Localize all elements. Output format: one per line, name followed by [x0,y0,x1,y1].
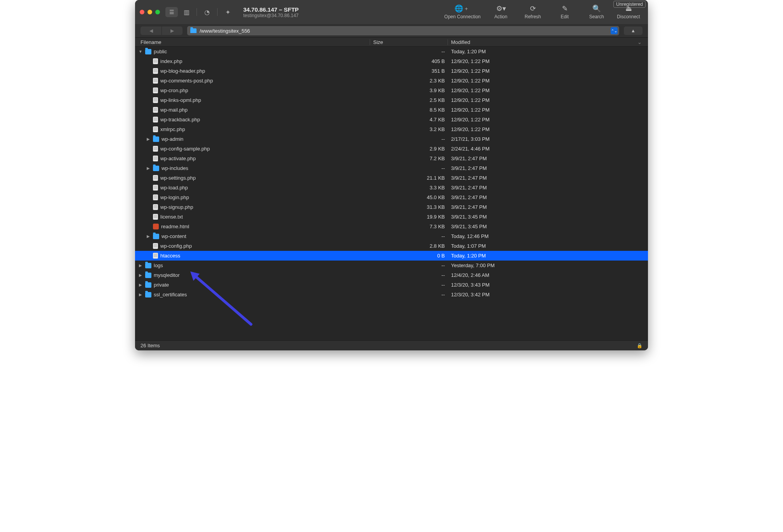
column-modified[interactable]: Modified ⌄ [448,39,648,45]
file-size: -- [370,49,448,54]
disclosure-triangle[interactable]: ▶ [146,234,151,238]
file-size: 2.3 KB [370,78,448,84]
disclosure-triangle[interactable]: ▶ [146,137,151,141]
action-label: Action [494,14,507,19]
file-row[interactable]: wp-login.php45.0 KB3/9/21, 2:47 PM [135,192,648,202]
file-row[interactable]: wp-mail.php8.5 KB12/9/20, 1:22 PM [135,105,648,115]
file-row[interactable]: ▶wp-content--Today, 12:46 PM [135,231,648,241]
path-field[interactable]: /www/testingsitex_556 ⌃⌄ [187,26,619,35]
file-row[interactable]: wp-config.php2.8 KBToday, 1:07 PM [135,241,648,251]
disclosure-triangle[interactable]: ▶ [138,263,143,268]
file-name: index.php [160,58,182,64]
file-row[interactable]: license.txt19.9 KB3/9/21, 3:45 PM [135,212,648,222]
file-row[interactable]: htaccess0 BToday, 1:20 PM [135,251,648,261]
file-icon [153,58,158,64]
disclosure-triangle[interactable]: ▶ [138,283,143,287]
globe-plus-icon: 🌐﹢ [455,5,470,12]
action-label: Search [589,14,604,19]
file-row[interactable]: wp-activate.php7.2 KB3/9/21, 2:47 PM [135,154,648,163]
file-row[interactable]: ▶mysqleditor--12/4/20, 2:46 AM [135,270,648,280]
file-row[interactable]: wp-trackback.php4.7 KB12/9/20, 1:22 PM [135,115,648,124]
file-row[interactable]: wp-load.php3.3 KB3/9/21, 2:47 PM [135,183,648,192]
file-icon [153,126,158,132]
folder-icon [190,28,197,33]
history-icon[interactable]: ◔ [202,9,212,16]
file-modified: 12/9/20, 1:22 PM [448,126,648,132]
bookmarks-icon[interactable]: ▥ [182,9,191,16]
file-modified: Today, 1:20 PM [448,49,648,54]
file-name: wp-config.php [160,243,192,249]
file-icon [153,146,158,152]
navigation-bar: ◀ ▶ /www/testingsitex_556 ⌃⌄ ▲ [135,24,648,37]
file-row[interactable]: ▶private--12/3/20, 3:43 PM [135,280,648,290]
go-up-button[interactable]: ▲ [624,26,643,35]
window-title: 34.70.86.147 – SFTP [243,6,299,13]
file-modified: 3/9/21, 2:47 PM [448,165,648,171]
app-window: Unregistered ☰ ▥ ◔ ✦ 34.70.86.147 – SFTP… [135,0,648,350]
column-filename[interactable]: Filename [135,39,370,45]
file-modified: 12/9/20, 1:22 PM [448,78,648,84]
file-name: wp-blog-header.php [160,68,205,74]
file-name: ssl_certificates [154,292,187,298]
action-menu-button[interactable]: ⚙︎▾ Action [489,5,513,19]
file-size: -- [370,282,448,288]
status-bar: 26 Items 🔒 [135,340,648,350]
toggle-sidebar-button[interactable]: ☰ [165,7,178,17]
file-modified: 3/9/21, 2:47 PM [448,185,648,191]
disclosure-triangle[interactable]: ▶ [146,166,151,170]
nav-forward-button[interactable]: ▶ [162,26,183,35]
file-row[interactable]: wp-comments-post.php2.3 KB12/9/20, 1:22 … [135,76,648,86]
close-window-button[interactable] [140,10,144,14]
disclosure-triangle[interactable]: ▶ [138,273,143,277]
action-label: Disconnect [617,14,640,19]
file-name: wp-signup.php [160,204,193,210]
open-connection-button[interactable]: 🌐﹢ Open Connection [444,5,481,19]
file-row[interactable]: ▶wp-admin--2/17/21, 3:03 PM [135,134,648,144]
file-size: -- [370,272,448,278]
disclosure-triangle[interactable]: ▼ [138,49,143,54]
column-size[interactable]: Size [370,39,448,45]
file-row[interactable]: index.php405 B12/9/20, 1:22 PM [135,56,648,66]
search-button[interactable]: 🔍 Search [585,5,608,19]
titlebar: ☰ ▥ ◔ ✦ 34.70.86.147 – SFTP testingsitex… [135,0,648,24]
folder-icon [145,282,151,288]
folder-icon [153,136,159,142]
file-size: 3.3 KB [370,185,448,191]
file-row[interactable]: ▶ssl_certificates--12/3/20, 3:42 PM [135,290,648,299]
file-row[interactable]: xmlrpc.php3.2 KB12/9/20, 1:22 PM [135,124,648,134]
file-size: -- [370,136,448,142]
file-row[interactable]: wp-blog-header.php351 B12/9/20, 1:22 PM [135,66,648,76]
file-row[interactable]: wp-settings.php21.1 KB3/9/21, 2:47 PM [135,173,648,183]
file-icon [153,156,158,161]
file-name: wp-links-opml.php [160,97,201,103]
path-dropdown-icon[interactable]: ⌃⌄ [611,27,618,34]
file-name: private [154,282,169,288]
file-row[interactable]: wp-config-sample.php2.9 KB2/24/21, 4:46 … [135,144,648,154]
file-row[interactable]: wp-signup.php31.3 KB3/9/21, 2:47 PM [135,202,648,212]
refresh-button[interactable]: ⟳ Refresh [521,5,544,19]
file-row[interactable]: ▶logs--Yesterday, 7:00 PM [135,261,648,270]
folder-icon [145,263,151,268]
file-name: wp-load.php [160,185,188,191]
file-row[interactable]: readme.html7.3 KB3/9/21, 3:45 PM [135,222,648,231]
file-row[interactable]: wp-links-opml.php2.5 KB12/9/20, 1:22 PM [135,95,648,105]
nav-history-buttons: ◀ ▶ [140,26,183,35]
disclosure-triangle[interactable]: ▶ [138,292,143,297]
action-label: Edit [561,14,569,19]
nav-back-button[interactable]: ◀ [140,26,162,35]
folder-icon [145,49,151,54]
file-modified: 12/9/20, 1:22 PM [448,68,648,74]
file-size: 4.7 KB [370,117,448,122]
file-modified: 12/3/20, 3:42 PM [448,292,648,298]
file-row[interactable]: ▼public--Today, 1:20 PM [135,47,648,56]
file-list[interactable]: ▼public--Today, 1:20 PMindex.php405 B12/… [135,47,648,340]
refresh-icon: ⟳ [530,5,536,12]
file-row[interactable]: ▶wp-includes--3/9/21, 2:47 PM [135,163,648,173]
zoom-window-button[interactable] [155,10,160,14]
folder-icon [153,166,159,171]
minimize-window-button[interactable] [147,10,152,14]
file-row[interactable]: wp-cron.php3.9 KB12/9/20, 1:22 PM [135,86,648,95]
edit-button[interactable]: ✎ Edit [553,5,576,19]
file-name: wp-includes [162,165,188,171]
bonjour-icon[interactable]: ✦ [223,9,232,16]
